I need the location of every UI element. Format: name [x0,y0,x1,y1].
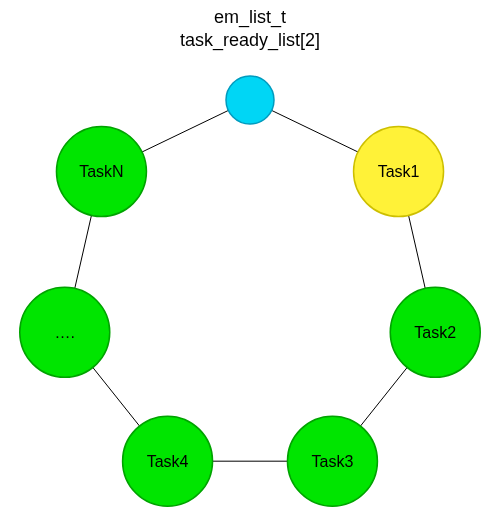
node-task2: Task2 [390,287,480,377]
node-head [226,76,274,124]
node-layer: Task1Task2Task3Task4….TaskN [20,76,480,506]
node-task4: Task4 [123,416,213,506]
node-label: …. [55,324,75,341]
title-line-2: task_ready_list[2] [180,29,320,52]
node-dots: …. [20,287,110,377]
node-taskn: TaskN [56,127,146,217]
diagram-title: em_list_t task_ready_list[2] [180,6,320,51]
node-task1: Task1 [354,127,444,217]
node-label: Task2 [414,324,456,341]
list-head-circle [226,76,274,124]
node-task3: Task3 [287,416,377,506]
node-label: TaskN [79,163,123,180]
node-label: Task3 [312,453,354,470]
title-line-1: em_list_t [180,6,320,29]
node-label: Task1 [378,163,420,180]
ring-diagram: Task1Task2Task3Task4….TaskN [0,0,500,513]
node-label: Task4 [147,453,189,470]
